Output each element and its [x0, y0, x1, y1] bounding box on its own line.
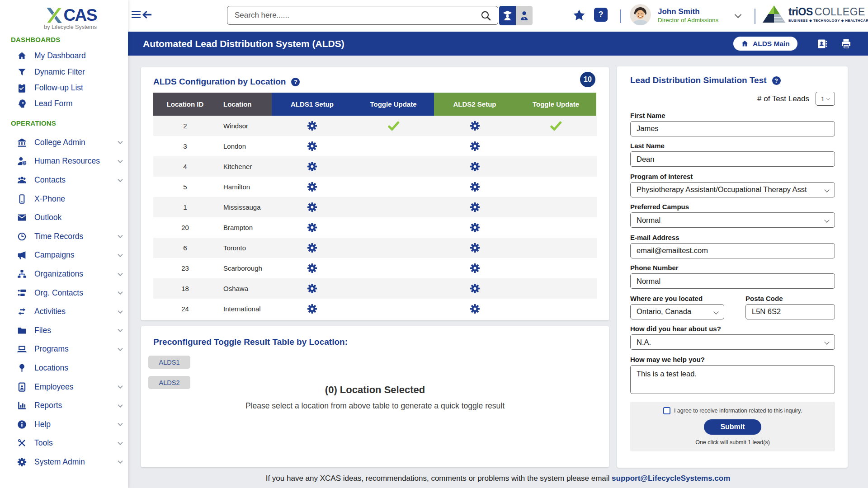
program-select[interactable]: Physiotherapy Assistant/Occupational The…: [630, 182, 835, 197]
hear-about-select[interactable]: N.A.: [630, 334, 835, 350]
alds1-setup-gear-icon[interactable]: [307, 202, 317, 212]
alds2-setup-gear-icon[interactable]: [470, 283, 480, 294]
question-circle-icon[interactable]: ?: [291, 78, 300, 86]
contact-card-icon[interactable]: [816, 38, 828, 49]
sidebar-item-my-dashboard[interactable]: My Dashboard: [0, 48, 128, 64]
alds1-setup-gear-icon[interactable]: [307, 182, 317, 192]
alds-main-button[interactable]: ALDS Main: [733, 37, 797, 51]
alds2-setup-gear-icon[interactable]: [470, 182, 480, 192]
sidebar-item-contacts[interactable]: Contacts: [0, 171, 128, 190]
column-header: Location ID: [153, 93, 217, 116]
sidebar-item-outlook[interactable]: Outlook: [0, 208, 128, 227]
sidebar-item-org-contacts[interactable]: Org. Contacts: [0, 283, 128, 302]
alds2-setup-gear-icon[interactable]: [470, 222, 480, 233]
located-label: Where are you located: [630, 295, 724, 302]
first-name-field[interactable]: [630, 121, 835, 136]
user-name[interactable]: John Smith: [658, 7, 700, 16]
alds1-setup-gear-icon[interactable]: [307, 121, 317, 131]
back-arrow-icon[interactable]: [142, 9, 152, 20]
table-row-london: 3London: [153, 136, 597, 156]
location-name: Hamilton: [223, 183, 250, 191]
submit-button[interactable]: Submit: [704, 419, 761, 435]
sidebar-item-programs[interactable]: Programs: [0, 340, 128, 359]
sidebar-item-system-admin[interactable]: System Admin: [0, 453, 128, 472]
sidebar-item-x-phone[interactable]: X-Phone: [0, 189, 128, 208]
help-message-field[interactable]: This is a test lead.: [630, 365, 835, 394]
staff-search-button[interactable]: [516, 6, 533, 25]
chevron-down-icon: [118, 158, 123, 163]
alds2-setup-gear-icon[interactable]: [470, 243, 480, 253]
location-id-cell: 20: [153, 217, 217, 238]
page-header: Automated Lead Distribution System (ALDS…: [128, 32, 868, 56]
test-leads-select[interactable]: 1: [816, 92, 835, 106]
campus-select[interactable]: Normal: [630, 212, 835, 228]
sidebar-item-label: Contacts: [34, 175, 66, 185]
business-person-icon: [519, 10, 529, 21]
trios-college-logo[interactable]: triOS COLLEGE BUSINESS ◆ TECHNOLOGY ◆ HE…: [788, 6, 868, 23]
agree-checkbox[interactable]: [663, 407, 670, 414]
sidebar-item-employees[interactable]: Employees: [0, 377, 128, 396]
alds1-setup-gear-icon[interactable]: [307, 263, 317, 273]
alds1-setup-gear-icon[interactable]: [307, 304, 317, 314]
sidebar-item-college-admin[interactable]: College Admin: [0, 133, 128, 152]
alds2-toggle-cell: [515, 116, 596, 136]
located-select[interactable]: Ontario, Canada: [630, 304, 724, 319]
alds2-setup-gear-icon[interactable]: [470, 141, 480, 151]
location-name[interactable]: Windsor: [223, 122, 248, 130]
sidebar-item-files[interactable]: Files: [0, 321, 128, 340]
user-chevron-down-icon[interactable]: [735, 11, 742, 19]
sidebar-item-human-resources[interactable]: Human Resources: [0, 152, 128, 171]
student-search-button[interactable]: [499, 6, 516, 25]
alds2-setup-gear-icon[interactable]: [470, 263, 480, 273]
sidebar-item-label: Human Resources: [34, 156, 100, 166]
sidebar-item-time-records[interactable]: Time Records: [0, 227, 128, 246]
alds2-setup-gear-icon[interactable]: [470, 121, 480, 131]
location-id-cell: 24: [153, 299, 217, 319]
sidebar-item-lead-form[interactable]: Lead Form: [0, 96, 128, 112]
alds1-setup-gear-icon[interactable]: [307, 141, 317, 151]
sidebar-item-campaigns[interactable]: Campaigns: [0, 246, 128, 265]
alds1-setup-gear-icon[interactable]: [307, 243, 317, 253]
sidebar-item-activities[interactable]: Activities: [0, 302, 128, 321]
alds1-setup-gear-icon[interactable]: [307, 222, 317, 233]
help-icon[interactable]: ?: [594, 8, 608, 22]
last-name-field[interactable]: [630, 151, 835, 167]
alds2-toggle-cell: [515, 238, 596, 258]
email-field[interactable]: [630, 243, 835, 258]
alds1-setup-gear-icon[interactable]: [307, 161, 317, 172]
sidebar-item-label: Help: [34, 420, 51, 429]
alds2-setup-gear-icon[interactable]: [470, 161, 480, 172]
hamburger-menu-icon[interactable]: [132, 11, 141, 20]
alds1-setup-gear-icon[interactable]: [307, 283, 317, 294]
avatar[interactable]: [630, 4, 651, 25]
search-input[interactable]: [227, 6, 498, 25]
envelope-icon: [16, 213, 27, 222]
search-icon[interactable]: [480, 10, 491, 21]
favorites-star-icon[interactable]: [572, 9, 586, 22]
sidebar-item-reports[interactable]: Reports: [0, 396, 128, 415]
phone-field[interactable]: [630, 273, 835, 289]
postal-code-field[interactable]: [745, 304, 835, 319]
alds2-setup-gear-icon[interactable]: [470, 202, 480, 212]
sidebar-item-help[interactable]: Help: [0, 415, 128, 434]
alds2-setup-gear-icon[interactable]: [470, 304, 480, 314]
question-circle-icon[interactable]: ?: [772, 76, 781, 85]
sidebar-item-organizations[interactable]: Organizations: [0, 265, 128, 284]
alds1-button[interactable]: ALDS1: [148, 356, 190, 369]
table-row-oshawa: 18Oshawa: [153, 278, 597, 299]
table-row-kitchener: 4Kitchener: [153, 156, 597, 177]
chevron-down-icon: [118, 327, 123, 332]
submit-section: I agree to receive information related t…: [630, 402, 835, 451]
topbar: ? John Smith Director of Admissions triO…: [128, 0, 868, 32]
xcas-logo[interactable]: CAS by Lifecycle Systems: [25, 7, 97, 30]
chevron-down-icon: [118, 290, 123, 295]
table-row-mississauga: 1Mississauga: [153, 197, 597, 217]
alds1-toggle-cell: [353, 299, 434, 319]
sidebar-item-dynamic-filter[interactable]: Dynamic Filter: [0, 64, 128, 80]
location-cell: Hamilton: [217, 177, 272, 197]
printer-icon[interactable]: [840, 38, 852, 49]
tools-icon: [16, 438, 27, 448]
sidebar-item-follow-up-list[interactable]: Follow-up List: [0, 80, 128, 96]
sidebar-item-tools[interactable]: Tools: [0, 434, 128, 453]
sidebar-item-locations[interactable]: Locations: [0, 359, 128, 378]
